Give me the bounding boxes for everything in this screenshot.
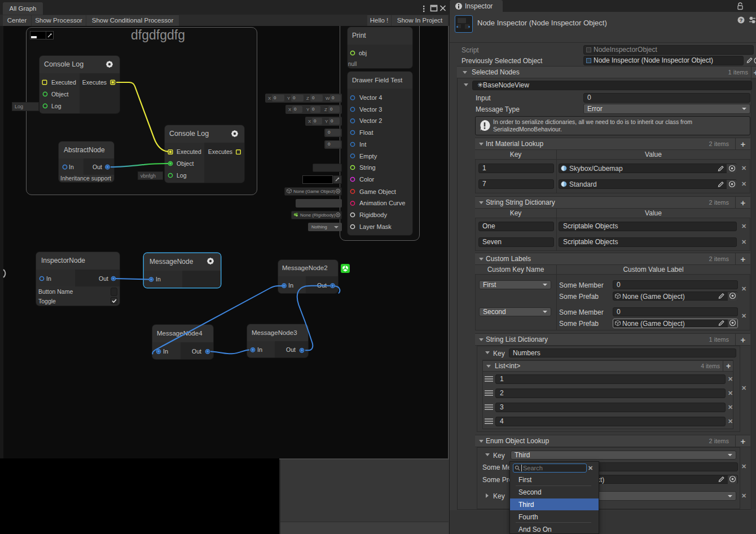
- svg-text:?: ?: [740, 17, 743, 23]
